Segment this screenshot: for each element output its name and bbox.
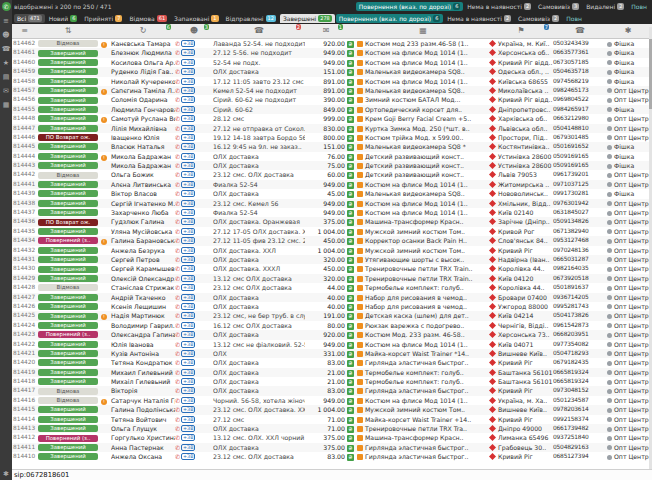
- call-cell[interactable]: ✆+ЗВ: [175, 349, 213, 358]
- mail-icon[interactable]: ✉: [3, 88, 9, 95]
- customer-name[interactable]: Віктор Власов: [111, 189, 175, 198]
- call-cell[interactable]: ✆+ЗВ: [175, 77, 213, 86]
- filter-tab[interactable]: Повернення (вказ. по дорозі) 6: [336, 14, 444, 23]
- table-row[interactable]: 814461 Завершений ! Блезнюк Людмила ✆+ЗВ…: [12, 48, 652, 57]
- customer-name[interactable]: Анна Пастернак: [111, 443, 175, 452]
- table-row[interactable]: 814442 Відмова ! Ольга Божик ✆+ЗВ 23.12 …: [12, 170, 652, 179]
- customer-name[interactable]: Лілія Михайлівна: [111, 124, 175, 133]
- add-call-chip[interactable]: +ЗВ: [181, 341, 195, 348]
- customer-name[interactable]: Надія Мартинюк: [111, 311, 175, 320]
- add-call-chip[interactable]: +ЗВ: [181, 425, 195, 432]
- table-row[interactable]: 814438 Завершений ! Сергій Ігнатенко М..…: [12, 199, 652, 208]
- customer-name[interactable]: Володимир Гаврил..: [111, 321, 175, 330]
- add-call-chip[interactable]: +ЗВ: [181, 387, 195, 394]
- call-cell[interactable]: ✆+ЗВ: [175, 358, 213, 367]
- add-call-chip[interactable]: +ЗВ: [181, 78, 195, 85]
- add-call-chip[interactable]: +ЗВ: [181, 312, 195, 319]
- add-call-chip[interactable]: +ЗВ: [181, 96, 195, 103]
- add-call-chip[interactable]: +ЗВ: [181, 434, 195, 441]
- customer-name[interactable]: Сергей Карамышев: [111, 264, 175, 273]
- add-call-chip[interactable]: +ЗВ: [181, 256, 195, 263]
- table-row[interactable]: 814422 Завершений ! Юлія Іванова ✆+ЗВ 13…: [12, 340, 652, 349]
- add-call-chip[interactable]: +ЗВ: [181, 218, 195, 225]
- call-cell[interactable]: ✆+ЗВ: [175, 227, 213, 236]
- table-row[interactable]: 814447 Завершений ! Лілія Михайлівна ✆+З…: [12, 124, 652, 133]
- table-row[interactable]: 814444 Завершений ! Микола Бадражан ✆+ЗВ…: [12, 152, 652, 161]
- customer-name[interactable]: Канєвська Тамара: [111, 39, 175, 48]
- call-cell[interactable]: ✆+ЗВ: [175, 133, 213, 142]
- add-call-chip[interactable]: +ЗВ: [181, 153, 195, 160]
- filter-tab[interactable]: Повн: [563, 14, 585, 23]
- customer-name[interactable]: Уляна Мусійовська: [111, 227, 175, 236]
- customer-name[interactable]: Анжела Оксана: [111, 452, 175, 461]
- table-row[interactable]: 814424 Завершений ! Володимир Гаврил.. ✆…: [12, 321, 652, 330]
- call-cell[interactable]: ✆+ЗВ: [175, 255, 213, 264]
- customer-name[interactable]: Микола Бадражан: [111, 152, 175, 161]
- table-row[interactable]: 814457 Завершений ! Сапєгина Таміла Л.. …: [12, 86, 652, 95]
- customer-name[interactable]: Людмила Гончарова: [111, 105, 175, 114]
- call-cell[interactable]: ✆+ЗВ: [175, 95, 213, 104]
- add-call-chip[interactable]: +ЗВ: [181, 444, 195, 451]
- table-row[interactable]: 814432 Завершений ! Анжела Безрука ✆+ЗВ …: [12, 246, 652, 255]
- add-call-chip[interactable]: +ЗВ: [181, 171, 195, 178]
- customer-name[interactable]: Іващенко Юлія: [111, 133, 175, 142]
- add-call-chip[interactable]: +ЗВ: [181, 237, 195, 244]
- add-call-chip[interactable]: +ЗВ: [181, 209, 195, 216]
- settings-icon[interactable]: ✱: [3, 471, 9, 478]
- table-row[interactable]: 814441 Завершений ! Алєна Литвинська ✆+З…: [12, 180, 652, 189]
- table-row[interactable]: 814411 Завершений ! Анна Пастернак ✆+ЗВ …: [12, 443, 652, 452]
- table-row[interactable]: 814428 Відмова ! Станіслав Стрижак ✆+ЗВ …: [12, 283, 652, 292]
- call-cell[interactable]: ✆+ЗВ: [175, 208, 213, 217]
- filter-tab[interactable]: Нема в наявності 2: [444, 14, 514, 23]
- call-cell[interactable]: ✆+ЗВ: [175, 180, 213, 189]
- add-call-chip[interactable]: +ЗВ: [181, 190, 195, 197]
- customer-name[interactable]: Ольга Глущук: [111, 424, 175, 433]
- customer-name[interactable]: Тетяна Кондратюк: [111, 358, 175, 367]
- add-call-chip[interactable]: +ЗВ: [181, 303, 195, 310]
- settings-column-icon[interactable]: ✱: [607, 24, 649, 38]
- table-row[interactable]: 814439 Завершений ! Віктор Власов ✆+ЗВ О…: [12, 189, 652, 198]
- add-call-chip[interactable]: +ЗВ: [181, 275, 195, 282]
- customer-name[interactable]: Анжела Безрука: [111, 246, 175, 255]
- sort-icon[interactable]: ⇅: [37, 24, 99, 38]
- table-row[interactable]: 814448 Завершений ! Самотуй Руслана Во..…: [12, 114, 652, 123]
- add-call-chip[interactable]: +ЗВ: [181, 350, 195, 357]
- table-row[interactable]: 814427 Завершений ! Андрій Ткаченко ✆+ЗВ…: [12, 293, 652, 302]
- add-call-chip[interactable]: +ЗВ: [181, 143, 195, 150]
- customer-name[interactable]: Юлія Іванова: [111, 340, 175, 349]
- table-row[interactable]: 814418 Завершений ! Михаіл Гилевьний ✆+З…: [12, 377, 652, 386]
- customer-name[interactable]: Сергей Петров: [111, 255, 175, 264]
- table-row[interactable]: 814426 Завершений ! Ксенія Лещишин ✆+ЗВ …: [12, 302, 652, 311]
- active-call-icon[interactable]: ✆: [2, 2, 11, 11]
- call-cell[interactable]: ✆+ЗВ: [175, 39, 213, 48]
- filter-tab[interactable]: Самовивіз 3: [535, 2, 582, 11]
- call-cell[interactable]: ✆+ЗВ: [175, 58, 213, 67]
- customer-name[interactable]: Сатарчук Наталія Гр..: [111, 396, 175, 405]
- filter-tab[interactable]: Новий 6: [46, 14, 81, 23]
- table-row[interactable]: 814412 Повернений (з.. ! Горгулько Христ…: [12, 433, 652, 442]
- products-column-icon[interactable]: ▦: [357, 24, 489, 38]
- call-cell[interactable]: ✆+ЗВ: [175, 377, 213, 386]
- add-call-chip[interactable]: +ЗВ: [181, 49, 195, 56]
- customer-name[interactable]: Алєна Литвинська: [111, 180, 175, 189]
- customer-name[interactable]: Николай Кучеренко: [111, 77, 175, 86]
- add-call-chip[interactable]: +ЗВ: [181, 397, 195, 404]
- add-call-chip[interactable]: +ЗВ: [181, 134, 195, 141]
- customer-name[interactable]: Галина Подолінська: [111, 405, 175, 414]
- stats-icon[interactable]: ▦: [3, 102, 10, 109]
- table-row[interactable]: 814429 Завершений ! Олексій Олександр.. …: [12, 274, 652, 283]
- table-row[interactable]: 814458 Завершений ! Николай Кучеренко ✆+…: [12, 77, 652, 86]
- customer-name[interactable]: Захарченко Люба: [111, 208, 175, 217]
- customer-name[interactable]: Станіслав Стрижак: [111, 283, 175, 292]
- table-row[interactable]: 814414 Завершений ! Тетяна Войтович ✆+ЗВ…: [12, 415, 652, 424]
- table-row[interactable]: 814459 Завершений ! Руденко Лідія Гав.. …: [12, 67, 652, 76]
- customer-name[interactable]: Кузів Антоніна: [111, 349, 175, 358]
- customer-name[interactable]: Сергій Ігнатенко М..: [111, 199, 175, 208]
- filter-tab[interactable]: Самовивіз 2: [515, 14, 562, 23]
- table-row[interactable]: 814435 Завершений ! Уляна Мусійовська ✆+…: [12, 227, 652, 236]
- call-cell[interactable]: ✆+ЗВ: [175, 189, 213, 198]
- menu-icon[interactable]: ≡: [3, 18, 9, 25]
- table-row[interactable]: 814456 Завершений ! Соломія Одарина ✆+ЗВ…: [12, 95, 652, 104]
- call-cell[interactable]: ✆+ЗВ: [175, 321, 213, 330]
- table-row[interactable]: 814436 ПО Возврат ож. ! Гудзлюк Галина ✆…: [12, 217, 652, 226]
